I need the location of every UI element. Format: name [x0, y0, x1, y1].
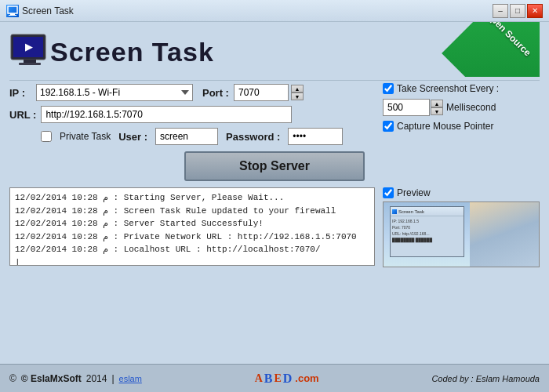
svg-rect-1 [10, 13, 15, 15]
maximize-button[interactable]: □ [510, 4, 525, 18]
footer-separator: | [111, 373, 114, 384]
capture-mouse-checkbox[interactable] [383, 121, 394, 132]
footer-year: 2014 [86, 373, 107, 384]
minimize-button[interactable]: – [493, 4, 508, 18]
footer: © © EslaMxSoft 2014 | eslam A B E D .com… [0, 364, 549, 392]
footer-logos: A B E D .com [255, 372, 319, 386]
capture-mouse-row: Capture Mouse Pointer [383, 121, 540, 132]
url-input[interactable] [41, 106, 292, 123]
capture-mouse-label: Capture Mouse Pointer [397, 121, 493, 132]
ip-label: IP : [9, 87, 31, 99]
svg-rect-0 [8, 6, 17, 13]
port-spinner: ▲ ▼ [291, 85, 304, 100]
preview-mini-window: Screen Task IP: 192.168.1.5 Port: 7070 U… [390, 206, 464, 257]
title-bar-left: Screen Task [6, 5, 74, 17]
header-divider [9, 80, 540, 81]
logo-letter-D: D [283, 372, 293, 386]
preview-checkbox-row: Preview [383, 187, 540, 198]
main-window: ▶ Screen Task Open Source Take Screensho… [0, 22, 549, 364]
close-button[interactable]: ✕ [527, 4, 543, 18]
ms-down-btn[interactable]: ▼ [431, 107, 443, 115]
coded-by-text: Coded by : Eslam Hamouda [431, 374, 540, 383]
log-cursor: | [15, 256, 369, 267]
title-bar-buttons: – □ ✕ [493, 4, 543, 18]
title-bar-title: Screen Task [22, 5, 74, 16]
app-header: ▶ Screen Task Open Source [9, 28, 540, 77]
svg-text:▶: ▶ [25, 42, 33, 53]
preview-image: Screen Task IP: 192.168.1.5 Port: 7070 U… [383, 201, 540, 267]
company-name: © EslaMxSoft [21, 373, 82, 384]
take-screenshot-checkbox[interactable] [383, 83, 394, 94]
private-task-label: Private Task [60, 131, 111, 142]
open-source-badge: Open Source [438, 22, 540, 77]
ms-unit-label: Mellisecond [446, 102, 496, 113]
app-logo-icon: ▶ [9, 33, 50, 71]
port-up-btn[interactable]: ▲ [291, 85, 304, 93]
preview-bg [460, 202, 539, 267]
logo-letter-E: E [274, 372, 281, 385]
right-panel: Take Screenshot Every : 500 ▲ ▼ Mellisec… [383, 83, 540, 136]
password-label: Password : [226, 131, 280, 143]
take-screenshot-label: Take Screenshot Every : [397, 83, 499, 94]
private-task-checkbox[interactable] [41, 131, 52, 142]
preview-label: Preview [397, 187, 431, 198]
footer-left: © © EslaMxSoft 2014 | eslam [9, 373, 142, 384]
stop-server-button[interactable]: Stop Server [184, 151, 365, 181]
app-title: Screen Task [50, 37, 214, 67]
ms-spinner: ▲ ▼ [431, 100, 443, 115]
log-container: 12/02/2014 10:28 م : Starting Server, Pl… [9, 187, 375, 267]
preview-mini-text: IP: 192.168.1.5 Port: 7070 URL: http://1… [392, 218, 462, 243]
mellisecond-row: 500 ▲ ▼ Mellisecond [383, 99, 540, 116]
preview-mini-content: IP: 192.168.1.5 Port: 7070 URL: http://1… [391, 216, 464, 245]
title-bar-app-icon [6, 5, 19, 17]
stop-server-container: Stop Server [9, 151, 540, 181]
user-input[interactable] [155, 128, 218, 145]
preview-mini-icon [392, 209, 397, 214]
logo-dot-com: .com [295, 372, 318, 384]
footer-right: Coded by : Eslam Hamouda [431, 374, 540, 383]
log-line-4: 12/02/2014 10:28 م : Private Network URL… [15, 230, 369, 244]
port-input[interactable] [234, 84, 289, 101]
logo-letter-A: A [255, 372, 263, 385]
svg-rect-5 [24, 60, 36, 63]
ms-input[interactable]: 500 [383, 99, 430, 116]
copyright-icon: © [9, 373, 16, 384]
preview-mini-title: Screen Task [398, 209, 424, 214]
port-label: Port : [202, 87, 229, 99]
eslam-link[interactable]: eslam [119, 374, 142, 383]
svg-rect-2 [9, 15, 16, 16]
take-screenshot-row: Take Screenshot Every : [383, 83, 540, 94]
svg-rect-6 [19, 63, 41, 65]
ms-up-btn[interactable]: ▲ [431, 100, 443, 107]
log-section: 12/02/2014 10:28 م : Starting Server, Pl… [9, 187, 540, 267]
user-label: User : [118, 131, 147, 143]
preview-checkbox[interactable] [383, 187, 394, 198]
preview-mini-titlebar: Screen Task [391, 207, 464, 216]
logo-letter-B: B [264, 372, 273, 386]
log-line-5: 12/02/2014 10:28 م : Localhost URL : htt… [15, 243, 369, 256]
ip-select[interactable]: 192.168.1.5 - Wi-Fi [36, 84, 193, 101]
log-area[interactable]: 12/02/2014 10:28 م : Starting Server, Pl… [9, 187, 375, 266]
log-line-2: 12/02/2014 10:28 م : Screen Task Rule up… [15, 205, 369, 218]
port-down-btn[interactable]: ▼ [291, 93, 304, 100]
preview-section: Preview Screen Task IP: 192.168.1.5 [383, 187, 540, 267]
url-label: URL : [9, 109, 36, 121]
log-line-1: 12/02/2014 10:28 م : Starting Server, Pl… [15, 191, 369, 205]
password-input[interactable] [288, 128, 343, 145]
log-line-3: 12/02/2014 10:28 م : Server Started Succ… [15, 217, 369, 230]
title-bar: Screen Task – □ ✕ [0, 0, 549, 22]
